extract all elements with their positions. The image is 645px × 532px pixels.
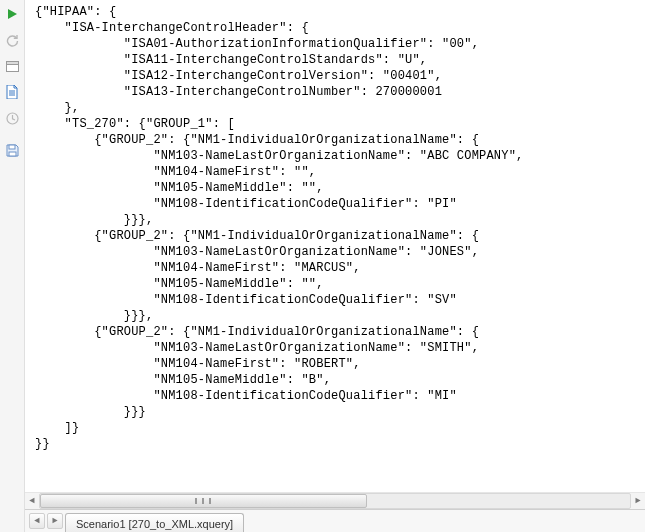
code-line: "NM104-NameFirst": "MARCUS",	[35, 260, 645, 276]
code-editor[interactable]: {"HIPAA": { "ISA-InterchangeControlHeade…	[25, 0, 645, 492]
run-icon[interactable]	[4, 6, 20, 22]
scroll-left-icon[interactable]: ◄	[25, 494, 39, 508]
code-line: "ISA12-InterchangeControlVersion": "0040…	[35, 68, 645, 84]
code-line: ]}	[35, 420, 645, 436]
tab-scenario1[interactable]: Scenario1 [270_to_XML.xquery]	[65, 513, 244, 532]
code-line: "NM108-IdentificationCodeQualifier": "SV…	[35, 292, 645, 308]
code-line: "NM105-NameMiddle": "",	[35, 276, 645, 292]
code-line: "NM103-NameLastOrOrganizationName": "ABC…	[35, 148, 645, 164]
code-line: {"HIPAA": {	[35, 4, 645, 20]
svg-rect-8	[9, 152, 16, 156]
code-line: "NM108-IdentificationCodeQualifier": "MI…	[35, 388, 645, 404]
horizontal-scrollbar[interactable]: ◄ ►	[25, 492, 645, 509]
svg-rect-7	[9, 145, 15, 149]
svg-marker-0	[8, 9, 17, 19]
code-line: {"GROUP_2": {"NM1-IndividualOrOrganizati…	[35, 324, 645, 340]
code-line: "ISA11-InterchangeControlStandards": "U"…	[35, 52, 645, 68]
code-line: "ISA-InterchangeControlHeader": {	[35, 20, 645, 36]
tool-strip	[0, 0, 25, 532]
code-line: "ISA01-AuthorizationInformationQualifier…	[35, 36, 645, 52]
code-line: "NM103-NameLastOrOrganizationName": "JON…	[35, 244, 645, 260]
editor-wrap: {"HIPAA": { "ISA-InterchangeControlHeade…	[25, 0, 645, 492]
code-line: },	[35, 100, 645, 116]
code-line: "NM103-NameLastOrOrganizationName": "SMI…	[35, 340, 645, 356]
code-line: }}}	[35, 404, 645, 420]
console-icon[interactable]	[4, 58, 20, 74]
tab-bar: ◄ ► Scenario1 [270_to_XML.xquery]	[25, 509, 645, 532]
code-line: {"GROUP_2": {"NM1-IndividualOrOrganizati…	[35, 132, 645, 148]
code-line: }}},	[35, 212, 645, 228]
code-line: "NM108-IdentificationCodeQualifier": "PI…	[35, 196, 645, 212]
code-line: }}	[35, 436, 645, 452]
app-root: {"HIPAA": { "ISA-InterchangeControlHeade…	[0, 0, 645, 532]
code-line: "TS_270": {"GROUP_1": [	[35, 116, 645, 132]
code-line: "NM104-NameFirst": "",	[35, 164, 645, 180]
scroll-right-icon[interactable]: ►	[631, 494, 645, 508]
save-icon[interactable]	[4, 142, 20, 158]
code-line: "NM104-NameFirst": "ROBERT",	[35, 356, 645, 372]
tab-prev-icon[interactable]: ◄	[29, 513, 45, 529]
code-line: "ISA13-InterchangeControlNumber": 270000…	[35, 84, 645, 100]
refresh-icon[interactable]	[4, 32, 20, 48]
code-line: }}},	[35, 308, 645, 324]
code-line: {"GROUP_2": {"NM1-IndividualOrOrganizati…	[35, 228, 645, 244]
tab-label: Scenario1 [270_to_XML.xquery]	[76, 518, 233, 530]
document-icon[interactable]	[4, 84, 20, 100]
clock-icon[interactable]	[4, 110, 20, 126]
code-line: "NM105-NameMiddle": "",	[35, 180, 645, 196]
scroll-thumb[interactable]	[40, 494, 367, 508]
svg-rect-2	[6, 61, 18, 64]
code-line: "NM105-NameMiddle": "B",	[35, 372, 645, 388]
tab-next-icon[interactable]: ►	[47, 513, 63, 529]
scroll-track[interactable]	[39, 493, 631, 509]
main-area: {"HIPAA": { "ISA-InterchangeControlHeade…	[25, 0, 645, 532]
